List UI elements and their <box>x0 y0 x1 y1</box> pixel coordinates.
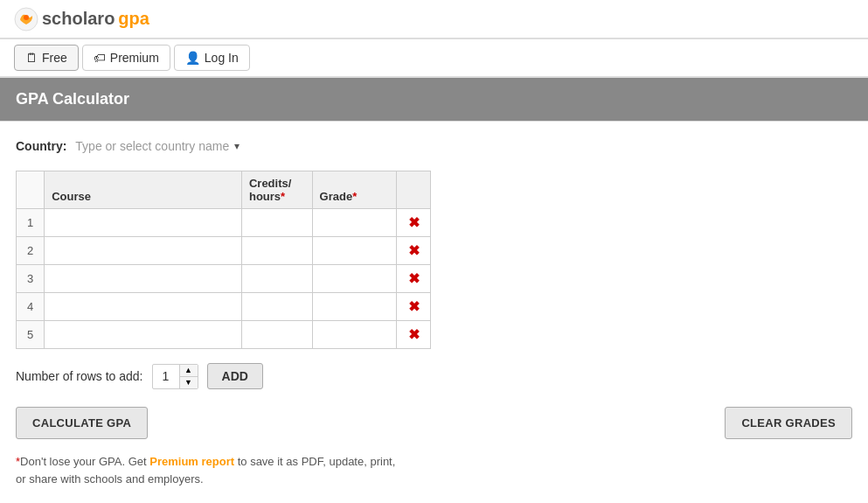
course-cell <box>45 293 242 321</box>
delete-cell: ✖ <box>397 321 431 349</box>
course-input[interactable] <box>52 216 234 229</box>
nav-item-premium[interactable]: 🏷 Premium <box>82 45 170 71</box>
svg-point-1 <box>24 15 29 20</box>
col-header-grade: Grade* <box>312 171 397 209</box>
col-header-credits: Credits/ hours* <box>241 171 312 209</box>
credits-cell <box>241 293 312 321</box>
scholaro-logo-icon <box>14 7 38 31</box>
page-title-bar: GPA Calculator <box>0 78 868 121</box>
nav-free-label: Free <box>42 51 67 65</box>
grade-cell <box>312 237 397 265</box>
delete-row-button[interactable]: ✖ <box>408 326 420 343</box>
col-header-num <box>17 171 45 209</box>
free-icon: 🗒 <box>25 51 38 65</box>
grades-table: Course Credits/ hours* Grade* 1 <box>16 171 431 349</box>
rows-number-value: 1 <box>153 367 179 386</box>
add-rows-section: Number of rows to add: 1 ▲ ▼ ADD <box>16 363 852 389</box>
delete-row-button[interactable]: ✖ <box>408 214 420 231</box>
table-row: 3 ✖ <box>17 265 431 293</box>
credits-required-star: * <box>281 190 285 203</box>
course-input[interactable] <box>52 328 234 341</box>
table-row: 1 ✖ <box>17 209 431 237</box>
delete-cell: ✖ <box>397 265 431 293</box>
nav-login-label: Log In <box>205 51 239 65</box>
nav-premium-label: Premium <box>110 51 159 65</box>
delete-cell: ✖ <box>397 293 431 321</box>
spin-down-button[interactable]: ▼ <box>180 377 198 388</box>
add-rows-button[interactable]: ADD <box>207 363 263 389</box>
credits-input[interactable] <box>249 328 305 341</box>
row-number: 1 <box>17 209 45 237</box>
course-input[interactable] <box>52 300 234 313</box>
col-header-delete <box>397 171 431 209</box>
credits-cell <box>241 209 312 237</box>
course-cell <box>45 265 242 293</box>
grade-cell <box>312 209 397 237</box>
logo: scholaro gpa <box>14 7 149 31</box>
rows-number-input[interactable]: 1 ▲ ▼ <box>152 364 198 389</box>
credits-input[interactable] <box>249 244 305 257</box>
credits-input[interactable] <box>249 272 305 285</box>
logo-gpa-text: gpa <box>118 9 149 29</box>
grade-input[interactable] <box>320 244 390 257</box>
nav-item-free[interactable]: 🗒 Free <box>14 45 79 71</box>
table-header-row: Course Credits/ hours* Grade* <box>17 171 431 209</box>
grade-input[interactable] <box>320 272 390 285</box>
logo-scholaro-text: scholaro <box>42 9 115 29</box>
delete-row-button[interactable]: ✖ <box>408 298 420 315</box>
delete-cell: ✖ <box>397 237 431 265</box>
course-cell <box>45 209 242 237</box>
footer-text1: Don't lose your GPA. Get <box>20 455 149 468</box>
add-rows-label: Number of rows to add: <box>16 369 143 383</box>
country-dropdown[interactable]: Type or select country name ▾ <box>75 139 240 153</box>
row-number: 4 <box>17 293 45 321</box>
grade-input[interactable] <box>320 216 390 229</box>
chevron-down-icon: ▾ <box>234 140 240 152</box>
login-icon: 👤 <box>185 51 200 65</box>
grade-required-star: * <box>352 190 357 203</box>
calculate-gpa-button[interactable]: CALCULATE GPA <box>16 407 148 439</box>
action-buttons: CALCULATE GPA CLEAR GRADES <box>16 407 852 439</box>
course-cell <box>45 321 242 349</box>
spinner-buttons: ▲ ▼ <box>179 365 198 388</box>
grade-input[interactable] <box>320 328 390 341</box>
country-row: Country: Type or select country name ▾ <box>16 139 852 153</box>
delete-row-button[interactable]: ✖ <box>408 242 420 259</box>
country-placeholder: Type or select country name <box>75 139 229 153</box>
premium-report-link[interactable]: Premium report <box>149 455 234 468</box>
credits-cell <box>241 321 312 349</box>
nav-bar: 🗒 Free 🏷 Premium 👤 Log In <box>0 39 868 77</box>
spin-up-button[interactable]: ▲ <box>180 365 198 377</box>
table-row: 2 ✖ <box>17 237 431 265</box>
header: scholaro gpa <box>0 0 868 38</box>
footer-text2: to save it as PDF, update, print, <box>234 455 395 468</box>
course-cell <box>45 237 242 265</box>
row-number: 2 <box>17 237 45 265</box>
col-header-course: Course <box>45 171 242 209</box>
table-row: 4 ✖ <box>17 293 431 321</box>
premium-icon: 🏷 <box>94 51 106 65</box>
course-input[interactable] <box>52 272 234 285</box>
credits-input[interactable] <box>249 216 305 229</box>
clear-grades-button[interactable]: CLEAR GRADES <box>725 407 852 439</box>
main-content: Country: Type or select country name ▾ C… <box>0 122 868 503</box>
grade-cell <box>312 321 397 349</box>
footer-text3: or share with schools and employers. <box>16 472 204 486</box>
table-row: 5 ✖ <box>17 321 431 349</box>
course-input[interactable] <box>52 244 234 257</box>
country-label: Country: <box>16 139 66 153</box>
page-title: GPA Calculator <box>16 90 129 108</box>
nav-item-login[interactable]: 👤 Log In <box>174 45 250 71</box>
grade-cell <box>312 293 397 321</box>
delete-cell: ✖ <box>397 209 431 237</box>
credits-input[interactable] <box>249 300 305 313</box>
grade-input[interactable] <box>320 300 390 313</box>
footer-note: *Don't lose your GPA. Get Premium report… <box>16 453 435 487</box>
credits-cell <box>241 237 312 265</box>
grade-cell <box>312 265 397 293</box>
delete-row-button[interactable]: ✖ <box>408 270 420 287</box>
row-number: 5 <box>17 321 45 349</box>
row-number: 3 <box>17 265 45 293</box>
credits-cell <box>241 265 312 293</box>
